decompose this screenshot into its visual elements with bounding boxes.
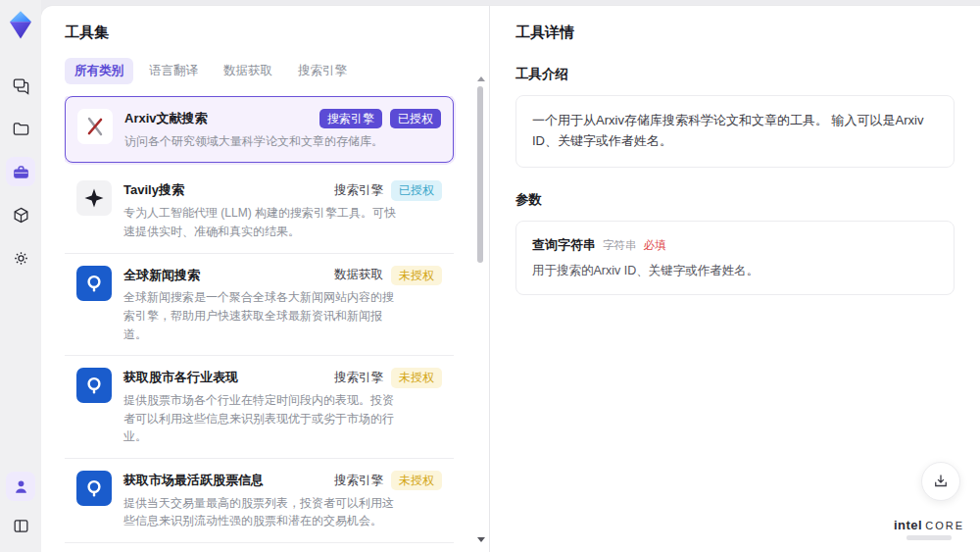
left-rail xyxy=(0,0,41,552)
tool-description: 访问各个研究领域大量科学论文和文章的存储库。 xyxy=(124,132,383,151)
brand-intel: intel xyxy=(894,518,922,532)
tool-icon xyxy=(76,266,112,301)
news-q-icon xyxy=(82,272,106,295)
folder-icon xyxy=(12,120,30,138)
user-profile-button[interactable] xyxy=(6,472,35,501)
auth-status-badge: 已授权 xyxy=(391,180,442,200)
tool-description: 全球新闻搜索是一个聚合全球各大新闻网站内容的搜索引擎，帮助用户快速获取全球最新资… xyxy=(123,288,400,343)
intro-text: 一个用于从Arxiv存储库搜索科学论文和文章的工具。 输入可以是Arxiv ID… xyxy=(532,111,938,152)
news-q-icon xyxy=(82,374,106,397)
page-title: 工具集 xyxy=(65,24,464,42)
tool-icon xyxy=(76,368,112,403)
detail-title: 工具详情 xyxy=(515,24,955,42)
tool-card[interactable]: Arxiv文献搜索 访问各个研究领域大量科学论文和文章的存储库。 搜索引擎 已授… xyxy=(65,96,454,163)
settings-nav-button[interactable] xyxy=(6,243,35,273)
rail-nav xyxy=(6,71,35,273)
brand-subline xyxy=(906,535,952,540)
intro-box: 一个用于从Arxiv存储库搜索科学论文和文章的工具。 输入可以是Arxiv ID… xyxy=(515,95,955,168)
tool-tags: 搜索引擎 未授权 xyxy=(334,368,442,387)
layout-panel-icon xyxy=(12,517,30,535)
main-content: 工具集 所有类别语言翻译数据获取搜索引擎 Arxiv文献搜索 访问各个研究领域大… xyxy=(41,6,980,552)
params-box: 查询字符串 字符串 必填 用于搜索的Arxiv ID、关键字或作者姓名。 xyxy=(515,221,955,295)
scroll-down-arrow[interactable] xyxy=(477,537,485,542)
category-tabs: 所有类别语言翻译数据获取搜索引擎 xyxy=(65,58,464,84)
auth-status-badge: 未授权 xyxy=(391,471,442,490)
auth-status-badge: 未授权 xyxy=(391,368,442,387)
params-heading: 参数 xyxy=(515,191,955,209)
chat-icon xyxy=(12,76,30,95)
auth-status-badge: 已授权 xyxy=(390,109,441,128)
chat-nav-button[interactable] xyxy=(6,71,35,100)
tool-description: 专为人工智能代理 (LLM) 构建的搜索引擎工具。可快速提供实时、准确和真实的结… xyxy=(123,204,400,240)
auth-status-badge: 未授权 xyxy=(391,266,442,285)
packages-nav-button[interactable] xyxy=(6,200,35,229)
brand-core: CORE xyxy=(925,520,964,531)
tools-nav-button[interactable] xyxy=(6,157,35,186)
category-tab-1[interactable]: 语言翻译 xyxy=(139,58,208,84)
tool-tags: 搜索引擎 已授权 xyxy=(319,109,441,128)
tool-category: 搜索引擎 xyxy=(319,109,382,128)
tavily-star-icon xyxy=(82,186,106,210)
tool-icon xyxy=(77,109,113,144)
tool-card[interactable]: 获取股市各行业表现 提供股票市场各个行业在特定时间段内的表现。投资者可以利用这些… xyxy=(65,356,454,459)
tool-detail-panel: 工具详情 工具介绍 一个用于从Arxiv存储库搜索科学论文和文章的工具。 输入可… xyxy=(490,6,980,552)
cube-icon xyxy=(12,206,30,225)
news-q-icon xyxy=(82,477,106,500)
files-nav-button[interactable] xyxy=(6,114,35,143)
tool-tags: 搜索引擎 已授权 xyxy=(334,180,442,200)
intel-core-logo: intelCORE xyxy=(894,518,964,540)
param-name: 查询字符串 xyxy=(532,236,596,254)
param-description: 用于搜索的Arxiv ID、关键字或作者姓名。 xyxy=(532,263,938,279)
arxiv-logo-icon xyxy=(83,115,107,138)
list-scrollbar[interactable] xyxy=(476,76,484,542)
tool-card[interactable]: Tavily搜索 专为人工智能代理 (LLM) 构建的搜索引擎工具。可快速提供实… xyxy=(65,169,454,253)
tool-category: 搜索引擎 xyxy=(334,370,383,386)
tools-list-panel: 工具集 所有类别语言翻译数据获取搜索引擎 Arxiv文献搜索 访问各个研究领域大… xyxy=(41,6,490,552)
tool-icon xyxy=(76,471,112,506)
tool-tags: 搜索引擎 未授权 xyxy=(334,471,442,490)
tool-icon xyxy=(76,180,112,216)
param-required-flag: 必填 xyxy=(644,238,666,253)
scroll-up-arrow[interactable] xyxy=(477,76,485,81)
tool-category: 数据获取 xyxy=(334,267,383,283)
category-tab-0[interactable]: 所有类别 xyxy=(65,58,133,84)
tool-list: Arxiv文献搜索 访问各个研究领域大量科学论文和文章的存储库。 搜索引擎 已授… xyxy=(65,96,464,552)
tool-category: 搜索引擎 xyxy=(334,473,383,489)
rail-bottom xyxy=(6,472,35,540)
tool-description: 提供当天交易量最高的股票列表，投资者可以利用这些信息来识别流动性强的股票和潜在的… xyxy=(123,494,400,530)
tool-card[interactable]: 万维地区新闻查询 查询具体行政区划内的新闻，快速了解各地新闻动 搜索引擎 未授权 xyxy=(65,543,454,552)
param-type: 字符串 xyxy=(603,238,637,253)
download-icon xyxy=(932,473,950,490)
toolbox-icon xyxy=(12,163,30,181)
tool-tags: 数据获取 未授权 xyxy=(334,266,442,285)
category-tab-3[interactable]: 搜索引擎 xyxy=(288,58,357,84)
app-logo xyxy=(6,10,35,41)
scrollbar-thumb[interactable] xyxy=(477,86,483,263)
tool-category: 搜索引擎 xyxy=(334,182,383,199)
tool-description: 提供股票市场各个行业在特定时间段内的表现。投资者可以利用这些信息来识别表现优于或… xyxy=(123,391,400,446)
category-tab-2[interactable]: 数据获取 xyxy=(214,58,282,84)
download-button[interactable] xyxy=(921,462,960,501)
tool-card[interactable]: 全球新闻搜索 全球新闻搜索是一个聚合全球各大新闻网站内容的搜索引擎，帮助用户快速… xyxy=(65,254,454,357)
parameter-row: 查询字符串 字符串 必填 用于搜索的Arxiv ID、关键字或作者姓名。 xyxy=(532,236,938,279)
gear-icon xyxy=(12,249,30,268)
tool-card[interactable]: 获取市场最活跃股票信息 提供当天交易量最高的股票列表，投资者可以利用这些信息来识… xyxy=(65,459,454,543)
intro-heading: 工具介绍 xyxy=(515,66,955,83)
user-icon xyxy=(12,477,30,496)
collapse-panel-button[interactable] xyxy=(6,511,35,540)
